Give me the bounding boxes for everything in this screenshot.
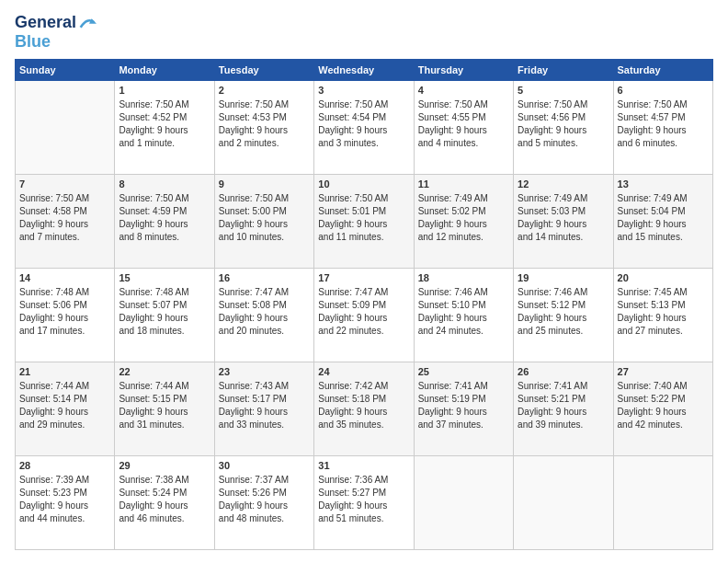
calendar-cell: 30Sunrise: 7:37 AMSunset: 5:26 PMDayligh… bbox=[214, 456, 313, 550]
day-number: 17 bbox=[318, 271, 409, 285]
day-info: Sunrise: 7:41 AMSunset: 5:21 PMDaylight:… bbox=[518, 380, 609, 431]
day-info: Sunrise: 7:44 AMSunset: 5:15 PMDaylight:… bbox=[119, 380, 210, 431]
day-number: 12 bbox=[518, 178, 609, 191]
calendar-cell: 23Sunrise: 7:43 AMSunset: 5:17 PMDayligh… bbox=[214, 362, 313, 456]
day-info: Sunrise: 7:49 AMSunset: 5:04 PMDaylight:… bbox=[618, 192, 709, 244]
day-number: 4 bbox=[418, 84, 509, 98]
day-info: Sunrise: 7:50 AMSunset: 4:59 PMDaylight:… bbox=[119, 192, 210, 244]
calendar-cell: 7Sunrise: 7:50 AMSunset: 4:58 PMDaylight… bbox=[16, 175, 115, 269]
day-number: 28 bbox=[19, 459, 110, 473]
weekday-monday: Monday bbox=[115, 60, 214, 81]
logo-bird-icon bbox=[78, 14, 97, 32]
day-info: Sunrise: 7:50 AMSunset: 5:00 PMDaylight:… bbox=[219, 192, 310, 244]
day-number: 14 bbox=[19, 271, 110, 285]
calendar-cell: 20Sunrise: 7:45 AMSunset: 5:13 PMDayligh… bbox=[613, 269, 712, 362]
calendar-cell: 19Sunrise: 7:46 AMSunset: 5:12 PMDayligh… bbox=[514, 269, 613, 362]
day-info: Sunrise: 7:39 AMSunset: 5:23 PMDaylight:… bbox=[19, 474, 110, 525]
calendar-cell: 21Sunrise: 7:44 AMSunset: 5:14 PMDayligh… bbox=[16, 362, 115, 456]
day-info: Sunrise: 7:47 AMSunset: 5:08 PMDaylight:… bbox=[219, 286, 310, 338]
calendar-cell: 8Sunrise: 7:50 AMSunset: 4:59 PMDaylight… bbox=[115, 175, 214, 269]
day-number: 16 bbox=[219, 271, 310, 285]
day-number: 19 bbox=[518, 271, 609, 285]
day-info: Sunrise: 7:49 AMSunset: 5:03 PMDaylight:… bbox=[518, 192, 609, 244]
weekday-sunday: Sunday bbox=[16, 60, 115, 81]
logo: General Blue bbox=[15, 13, 97, 52]
day-number: 20 bbox=[618, 271, 709, 285]
day-info: Sunrise: 7:46 AMSunset: 5:10 PMDaylight:… bbox=[418, 286, 509, 338]
calendar-cell: 17Sunrise: 7:47 AMSunset: 5:09 PMDayligh… bbox=[314, 269, 414, 362]
day-info: Sunrise: 7:46 AMSunset: 5:12 PMDaylight:… bbox=[518, 286, 609, 338]
day-number: 9 bbox=[219, 178, 310, 191]
day-info: Sunrise: 7:50 AMSunset: 4:52 PMDaylight:… bbox=[119, 98, 210, 150]
calendar-cell: 2Sunrise: 7:50 AMSunset: 4:53 PMDaylight… bbox=[214, 81, 313, 175]
calendar-cell: 3Sunrise: 7:50 AMSunset: 4:54 PMDaylight… bbox=[314, 81, 414, 175]
day-info: Sunrise: 7:50 AMSunset: 4:53 PMDaylight:… bbox=[219, 98, 310, 150]
day-number: 7 bbox=[19, 178, 110, 191]
day-info: Sunrise: 7:38 AMSunset: 5:24 PMDaylight:… bbox=[119, 474, 210, 525]
calendar-cell: 6Sunrise: 7:50 AMSunset: 4:57 PMDaylight… bbox=[613, 81, 712, 175]
calendar-cell: 12Sunrise: 7:49 AMSunset: 5:03 PMDayligh… bbox=[514, 175, 613, 269]
day-number: 3 bbox=[318, 84, 409, 98]
day-number: 8 bbox=[119, 178, 210, 191]
calendar-cell: 1Sunrise: 7:50 AMSunset: 4:52 PMDaylight… bbox=[115, 81, 214, 175]
day-info: Sunrise: 7:48 AMSunset: 5:06 PMDaylight:… bbox=[19, 286, 110, 338]
day-number: 10 bbox=[318, 178, 409, 191]
day-number: 26 bbox=[518, 365, 609, 379]
day-info: Sunrise: 7:44 AMSunset: 5:14 PMDaylight:… bbox=[19, 380, 110, 431]
day-info: Sunrise: 7:47 AMSunset: 5:09 PMDaylight:… bbox=[318, 286, 409, 338]
calendar-cell: 29Sunrise: 7:38 AMSunset: 5:24 PMDayligh… bbox=[115, 456, 214, 550]
calendar-cell: 24Sunrise: 7:42 AMSunset: 5:18 PMDayligh… bbox=[314, 362, 414, 456]
day-number: 5 bbox=[518, 84, 609, 98]
day-number: 15 bbox=[119, 271, 210, 285]
day-info: Sunrise: 7:41 AMSunset: 5:19 PMDaylight:… bbox=[418, 380, 509, 431]
calendar-cell: 16Sunrise: 7:47 AMSunset: 5:08 PMDayligh… bbox=[214, 269, 313, 362]
weekday-saturday: Saturday bbox=[613, 60, 712, 81]
day-info: Sunrise: 7:43 AMSunset: 5:17 PMDaylight:… bbox=[219, 380, 310, 431]
calendar-cell: 31Sunrise: 7:36 AMSunset: 5:27 PMDayligh… bbox=[314, 456, 414, 550]
day-number: 21 bbox=[19, 365, 110, 379]
day-info: Sunrise: 7:50 AMSunset: 4:54 PMDaylight:… bbox=[318, 98, 409, 150]
day-number: 25 bbox=[418, 365, 509, 379]
logo-general: General bbox=[15, 13, 76, 32]
calendar-cell: 22Sunrise: 7:44 AMSunset: 5:15 PMDayligh… bbox=[115, 362, 214, 456]
day-number: 18 bbox=[418, 271, 509, 285]
day-info: Sunrise: 7:45 AMSunset: 5:13 PMDaylight:… bbox=[618, 286, 709, 338]
day-info: Sunrise: 7:37 AMSunset: 5:26 PMDaylight:… bbox=[219, 474, 310, 525]
day-info: Sunrise: 7:36 AMSunset: 5:27 PMDaylight:… bbox=[318, 474, 409, 525]
weekday-tuesday: Tuesday bbox=[214, 60, 313, 81]
week-row-3: 14Sunrise: 7:48 AMSunset: 5:06 PMDayligh… bbox=[16, 269, 713, 362]
week-row-4: 21Sunrise: 7:44 AMSunset: 5:14 PMDayligh… bbox=[16, 362, 713, 456]
day-info: Sunrise: 7:50 AMSunset: 4:55 PMDaylight:… bbox=[418, 98, 509, 150]
day-info: Sunrise: 7:49 AMSunset: 5:02 PMDaylight:… bbox=[418, 192, 509, 244]
calendar-cell: 11Sunrise: 7:49 AMSunset: 5:02 PMDayligh… bbox=[414, 175, 513, 269]
calendar-cell: 9Sunrise: 7:50 AMSunset: 5:00 PMDaylight… bbox=[214, 175, 313, 269]
calendar-cell bbox=[16, 81, 115, 175]
day-info: Sunrise: 7:48 AMSunset: 5:07 PMDaylight:… bbox=[119, 286, 210, 338]
weekday-friday: Friday bbox=[514, 60, 613, 81]
day-info: Sunrise: 7:40 AMSunset: 5:22 PMDaylight:… bbox=[618, 380, 709, 431]
day-info: Sunrise: 7:50 AMSunset: 4:57 PMDaylight:… bbox=[618, 98, 709, 150]
calendar-cell: 27Sunrise: 7:40 AMSunset: 5:22 PMDayligh… bbox=[613, 362, 712, 456]
calendar-cell: 13Sunrise: 7:49 AMSunset: 5:04 PMDayligh… bbox=[613, 175, 712, 269]
day-number: 1 bbox=[119, 84, 210, 98]
day-number: 11 bbox=[418, 178, 509, 191]
week-row-5: 28Sunrise: 7:39 AMSunset: 5:23 PMDayligh… bbox=[16, 456, 713, 550]
calendar-cell: 4Sunrise: 7:50 AMSunset: 4:55 PMDaylight… bbox=[414, 81, 513, 175]
page: General Blue SundayMondayTuesdayWednesda… bbox=[0, 0, 728, 563]
weekday-header-row: SundayMondayTuesdayWednesdayThursdayFrid… bbox=[16, 60, 713, 81]
calendar-body: 1Sunrise: 7:50 AMSunset: 4:52 PMDaylight… bbox=[16, 81, 713, 550]
day-number: 13 bbox=[618, 178, 709, 191]
calendar-cell: 5Sunrise: 7:50 AMSunset: 4:56 PMDaylight… bbox=[514, 81, 613, 175]
calendar-cell: 18Sunrise: 7:46 AMSunset: 5:10 PMDayligh… bbox=[414, 269, 513, 362]
weekday-wednesday: Wednesday bbox=[314, 60, 414, 81]
day-number: 27 bbox=[618, 365, 709, 379]
day-number: 30 bbox=[219, 459, 310, 473]
day-info: Sunrise: 7:42 AMSunset: 5:18 PMDaylight:… bbox=[318, 380, 409, 431]
calendar-cell: 10Sunrise: 7:50 AMSunset: 5:01 PMDayligh… bbox=[314, 175, 414, 269]
calendar-table: SundayMondayTuesdayWednesdayThursdayFrid… bbox=[15, 59, 713, 550]
day-number: 24 bbox=[318, 365, 409, 379]
header: General Blue bbox=[15, 13, 713, 52]
day-info: Sunrise: 7:50 AMSunset: 4:56 PMDaylight:… bbox=[518, 98, 609, 150]
day-number: 2 bbox=[219, 84, 310, 98]
calendar-cell bbox=[414, 456, 513, 550]
